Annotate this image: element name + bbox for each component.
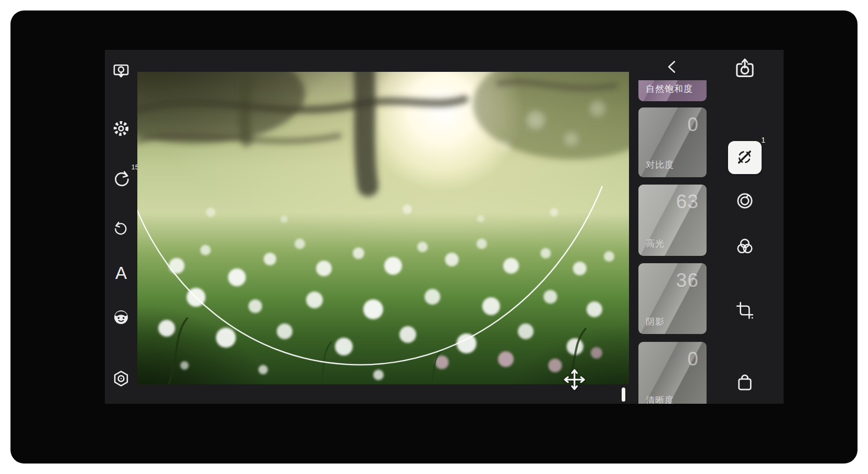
panel-scroll-indicator[interactable] <box>622 387 625 402</box>
tile-contrast[interactable]: 0 对比度 <box>638 107 707 177</box>
adjust-tool-button-selected[interactable] <box>728 141 762 174</box>
settings-button[interactable] <box>110 117 133 140</box>
tile-value: 0 <box>687 348 699 370</box>
portrait-tool-button[interactable] <box>110 306 133 329</box>
face-icon <box>112 308 131 327</box>
move-arrows-icon <box>562 385 587 394</box>
left-toolbar: 15 A <box>105 50 137 404</box>
crop-tool-button[interactable] <box>733 299 757 324</box>
tune-brush-icon <box>735 147 755 169</box>
send-to-device-button[interactable] <box>110 59 133 82</box>
gear-icon <box>111 118 132 139</box>
store-button[interactable] <box>733 371 757 395</box>
redo-icon <box>111 168 131 188</box>
color-mix-tool-button[interactable] <box>733 235 757 260</box>
move-handle[interactable] <box>562 367 587 392</box>
screen-pin-down-icon <box>111 61 131 81</box>
tile-vibrance[interactable]: 自然饱和度 <box>638 80 707 101</box>
text-tool-button[interactable]: A <box>110 261 133 284</box>
tile-highlights[interactable]: 63 高光 <box>638 185 707 256</box>
export-button[interactable] <box>733 58 757 82</box>
tile-value: 36 <box>676 270 699 292</box>
tile-value: 0 <box>687 114 699 136</box>
camera-upload-icon <box>733 57 756 82</box>
tile-label: 自然饱和度 <box>646 83 693 95</box>
tile-label: 清晰度 <box>646 394 674 404</box>
chevron-left-icon <box>664 69 681 78</box>
photo-canvas[interactable] <box>137 72 629 384</box>
crop-icon <box>735 300 755 322</box>
tile-shadows[interactable]: 36 阴影 <box>638 263 707 334</box>
lens-tool-button[interactable] <box>110 367 133 390</box>
tile-label: 阴影 <box>646 316 665 328</box>
tile-value: 63 <box>676 191 699 213</box>
adjust-panel: 自然饱和度 0 对比度 63 高光 36 阴影 0 清晰度 <box>638 80 707 404</box>
back-button[interactable] <box>664 58 681 76</box>
tile-clarity[interactable]: 0 清晰度 <box>638 342 707 404</box>
adjust-tool-badge: 1 <box>761 135 765 144</box>
tile-label: 高光 <box>646 238 665 250</box>
text-a-icon: A <box>115 264 127 282</box>
hexagon-lens-icon <box>111 369 131 389</box>
radial-mask-curve <box>137 72 629 384</box>
redo-button[interactable]: 15 <box>110 167 133 190</box>
filter-dial-icon <box>734 190 755 213</box>
shopping-bag-icon <box>734 372 755 395</box>
screenshot-stage: 15 A <box>0 0 868 474</box>
undo-button[interactable] <box>110 217 133 240</box>
undo-icon <box>112 219 130 237</box>
filter-tool-button[interactable] <box>733 190 757 214</box>
three-circles-icon <box>734 236 755 259</box>
tile-label: 对比度 <box>646 159 674 171</box>
